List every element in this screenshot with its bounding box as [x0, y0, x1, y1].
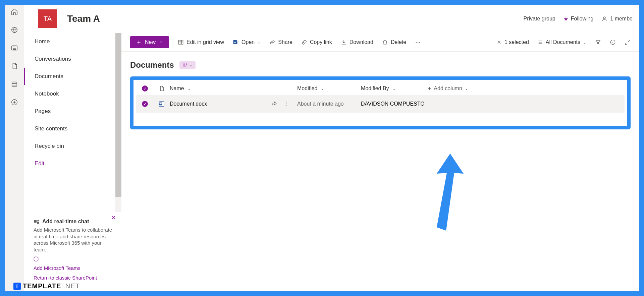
svg-point-6	[37, 220, 39, 222]
nav-pages[interactable]: Pages	[24, 103, 121, 120]
file-name[interactable]: Document.docx	[170, 101, 207, 107]
overflow-button[interactable]	[415, 39, 421, 45]
clear-selection-button[interactable]: 1 selected	[496, 39, 529, 45]
filetype-header-icon[interactable]	[159, 85, 165, 92]
members-label: 1 membe	[610, 16, 633, 22]
download-button[interactable]: Download	[341, 39, 373, 45]
open-label: Open	[241, 39, 255, 45]
trash-icon	[382, 39, 388, 45]
main-area: New Edit in grid view W Open ⌄ Share Cop…	[121, 33, 639, 291]
app-rail	[5, 5, 24, 291]
edit-grid-label: Edit in grid view	[186, 39, 224, 45]
nav-notebook[interactable]: Notebook	[24, 85, 121, 103]
chevron-down-icon: ⌄	[465, 86, 468, 91]
more-icon	[415, 39, 421, 45]
add-column-button[interactable]: +Add column⌄	[428, 85, 488, 92]
view-label: All Documents	[546, 39, 580, 45]
chevron-down-icon: ⌄	[257, 40, 261, 45]
modified-by-cell[interactable]: DAVIDSON COMPUESTO	[361, 101, 428, 107]
nav-home[interactable]: Home	[24, 33, 121, 50]
svg-point-20	[286, 105, 286, 106]
svg-marker-21	[437, 154, 464, 231]
svg-point-13	[419, 42, 420, 43]
details-button[interactable]	[610, 39, 616, 45]
add-icon[interactable]	[11, 99, 18, 106]
info-icon	[610, 39, 616, 45]
selected-label: 1 selected	[504, 39, 529, 45]
column-modified-label: Modified	[297, 85, 317, 92]
more-row-icon[interactable]	[283, 101, 289, 107]
site-title[interactable]: Team A	[67, 13, 100, 24]
table-header: ✓ Name⌄ Modified⌄ Modified By⌄ +Add colu…	[136, 82, 625, 95]
svg-rect-10	[237, 41, 238, 44]
copy-link-button[interactable]: Copy link	[301, 39, 332, 45]
grid-icon	[178, 39, 184, 45]
svg-point-19	[286, 104, 286, 104]
command-bar: New Edit in grid view W Open ⌄ Share Cop…	[121, 33, 639, 52]
chevron-down-icon: ⌄	[321, 86, 324, 91]
nav-recycle-bin[interactable]: Recycle bin	[24, 137, 121, 155]
column-modified-by[interactable]: Modified By⌄	[361, 85, 428, 92]
column-name[interactable]: Name⌄	[170, 85, 297, 92]
promo-link[interactable]: Add Microsoft Teams	[34, 265, 112, 271]
members-button[interactable]: 1 membe	[601, 16, 633, 22]
view-switcher[interactable]: All Documents ⌄	[538, 39, 586, 45]
chevron-down-icon: ⌄	[583, 40, 586, 45]
expand-icon	[625, 39, 631, 45]
svg-point-4	[603, 17, 605, 19]
column-modifiedby-label: Modified By	[361, 85, 389, 92]
watermark: T TEMPLATE.NET	[13, 282, 80, 290]
x-icon	[496, 40, 502, 45]
watermark-badge: T	[13, 283, 21, 290]
nav-conversations[interactable]: Conversations	[24, 50, 121, 68]
following-button[interactable]: ★ Following	[564, 16, 594, 22]
promo-title: Add real-time chat	[42, 219, 89, 225]
delete-label: Delete	[391, 39, 406, 45]
new-button[interactable]: New	[130, 36, 169, 48]
nav-edit[interactable]: Edit	[24, 155, 121, 172]
plus-icon	[136, 40, 142, 45]
copy-link-label: Copy link	[310, 39, 332, 45]
info-icon[interactable]: ⓘ	[34, 256, 112, 262]
open-button[interactable]: W Open ⌄	[233, 39, 261, 45]
chevron-down-icon	[159, 40, 163, 44]
expand-button[interactable]	[625, 39, 631, 45]
watermark-suffix: .NET	[63, 282, 80, 290]
link-icon	[301, 39, 307, 45]
privacy-label: Private group	[524, 16, 555, 22]
share-label: Share	[278, 39, 292, 45]
home-icon[interactable]	[11, 8, 18, 15]
news-icon[interactable]	[11, 44, 18, 52]
page-title: Documents	[130, 60, 174, 70]
share-row-icon[interactable]	[271, 101, 277, 107]
file-icon[interactable]	[11, 62, 18, 70]
return-classic-link[interactable]: Return to classic SharePoint	[34, 275, 112, 281]
download-label: Download	[350, 39, 373, 45]
delete-button[interactable]: Delete	[382, 39, 406, 45]
nav-site-contents[interactable]: Site contents	[24, 120, 121, 137]
modified-cell: About a minute ago	[297, 101, 361, 107]
site-logo[interactable]: TA	[38, 9, 57, 28]
edit-grid-button[interactable]: Edit in grid view	[178, 39, 224, 45]
column-modified[interactable]: Modified⌄	[297, 85, 361, 92]
nav-documents[interactable]: Documents	[24, 68, 121, 85]
person-icon	[601, 16, 607, 22]
teams-promo: ✕ Add real-time chat Add Microsoft Teams…	[24, 212, 121, 291]
library-view-badge[interactable]: ⌄	[179, 61, 196, 69]
list-icon[interactable]	[11, 80, 18, 88]
row-checkbox[interactable]: ✓	[142, 101, 148, 107]
watermark-brand: TEMPLATE	[23, 282, 61, 290]
plus-icon: +	[428, 85, 431, 92]
table-row[interactable]: ✓ W Document.docx About a minute ago DAV…	[136, 95, 625, 113]
chevron-down-icon: ⌄	[392, 86, 396, 91]
select-all-checkbox[interactable]: ✓	[142, 85, 148, 92]
share-button[interactable]: Share	[269, 39, 292, 45]
svg-rect-5	[34, 220, 37, 223]
close-icon[interactable]: ✕	[111, 214, 116, 221]
site-nav: Home Conversations Documents Notebook Pa…	[24, 33, 121, 291]
globe-icon[interactable]	[11, 26, 18, 34]
add-column-label: Add column	[434, 85, 462, 92]
svg-text:W: W	[234, 41, 236, 44]
chevron-down-icon: ⌄	[190, 63, 193, 67]
filter-button[interactable]	[595, 39, 601, 45]
